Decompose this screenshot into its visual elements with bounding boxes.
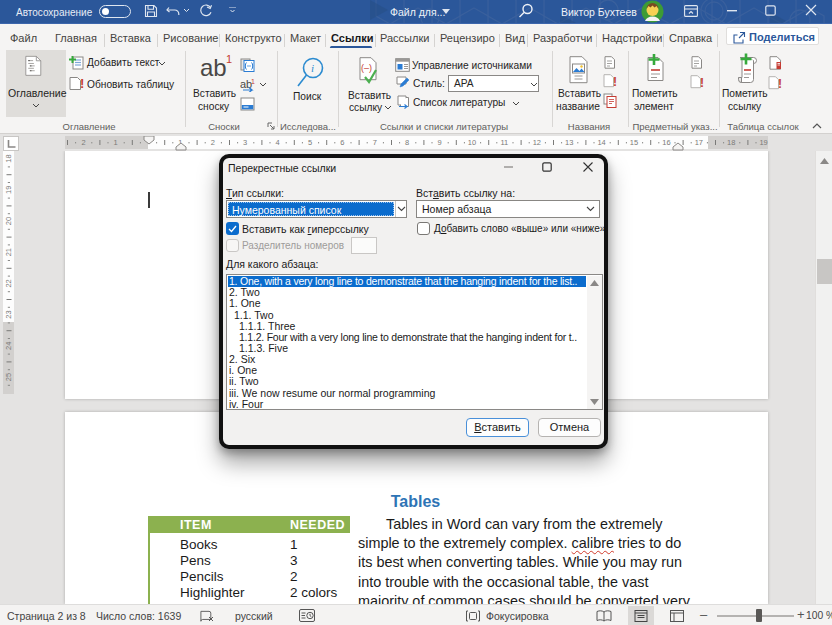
svg-text:!: ! (700, 76, 704, 89)
svg-text:2: 2 (211, 138, 215, 147)
svg-text:3: 3 (243, 138, 247, 147)
svg-text:17: 17 (695, 138, 703, 147)
svg-text:19: 19 (759, 138, 767, 147)
svg-text:5: 5 (308, 138, 312, 147)
svg-text:!: ! (613, 75, 617, 88)
svg-text:9: 9 (438, 138, 442, 147)
svg-text:19: 19 (4, 186, 13, 194)
svg-text:i: i (311, 62, 314, 74)
svg-text:2: 2 (82, 138, 86, 147)
svg-text:7: 7 (373, 138, 377, 147)
svg-text:16: 16 (662, 138, 670, 147)
svg-text:24: 24 (4, 342, 13, 350)
svg-text:23: 23 (4, 310, 13, 318)
svg-text:20: 20 (4, 217, 13, 225)
svg-text:1: 1 (114, 138, 118, 147)
svg-text:10: 10 (468, 138, 476, 147)
svg-text:14: 14 (597, 138, 605, 147)
svg-text:11: 11 (501, 138, 509, 147)
svg-text:4: 4 (276, 138, 280, 147)
svg-text:12: 12 (533, 138, 541, 147)
svg-text:18: 18 (4, 154, 13, 162)
svg-text:(–): (–) (361, 63, 372, 73)
svg-text:1: 1 (251, 78, 255, 85)
svg-text:13: 13 (565, 138, 573, 147)
svg-text:18: 18 (727, 138, 735, 147)
svg-text:6: 6 (340, 138, 344, 147)
svg-text:21: 21 (4, 248, 13, 256)
svg-text:!: ! (778, 77, 782, 90)
svg-text:22: 22 (4, 279, 13, 287)
svg-text:25: 25 (4, 373, 13, 381)
svg-text:!: ! (80, 77, 84, 90)
svg-text:15: 15 (630, 138, 638, 147)
svg-text:8: 8 (405, 138, 409, 147)
